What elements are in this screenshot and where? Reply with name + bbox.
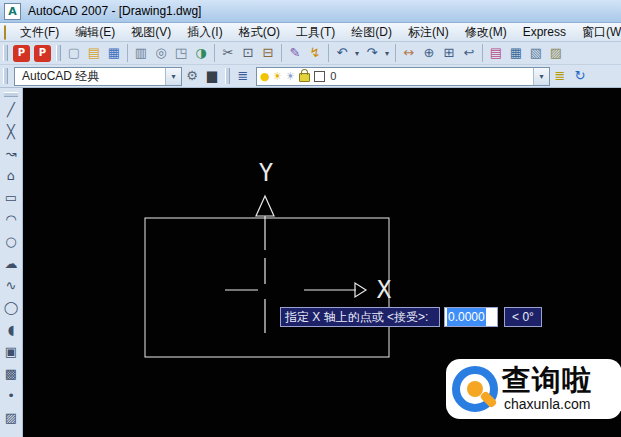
layer-color-swatch[interactable] — [314, 71, 325, 82]
zoom-window-icon[interactable]: ⊞ — [439, 43, 459, 63]
workspaces-layers-toolbar: AutoCAD 经典 ▾ ⚙▆ ≣ ● ☀ ☀ 0 ▾ ≣↻ — [0, 65, 621, 88]
standard-toolbar: PP▢▤▦▥◎◳◑✂⊡⊟✎↯↶▾↷▾↔⊕⊞↩▤▦▧▨ — [0, 42, 621, 65]
menu-dimension[interactable]: 标注(N) — [400, 24, 457, 41]
drawing-canvas[interactable]: Y X 指定 X 轴上的点或 <接受>: 0.0000 < 0° — [23, 88, 621, 437]
toolbar-grip[interactable] — [56, 45, 61, 61]
plot-preview-icon[interactable]: ◎ — [151, 43, 171, 63]
ellipse-icon[interactable]: ◯ — [2, 298, 20, 316]
toolbar-grip[interactable] — [4, 92, 18, 97]
layer-states-icon[interactable]: ↻ — [570, 66, 590, 86]
make-block-icon[interactable]: ▩ — [2, 364, 20, 382]
save-icon[interactable]: ▦ — [104, 43, 124, 63]
autocad-window: A AutoCAD 2007 - [Drawing1.dwg] 文件(F)编辑(… — [0, 0, 621, 437]
designcenter-icon[interactable]: ▦ — [506, 43, 526, 63]
layer-freeze-icon[interactable]: ☀ — [273, 68, 283, 85]
zoom-realtime-icon[interactable]: ⊕ — [419, 43, 439, 63]
open-file-icon[interactable]: ▤ — [84, 43, 104, 63]
menu-modify[interactable]: 修改(M) — [457, 24, 515, 41]
menu-edit[interactable]: 编辑(E) — [67, 24, 123, 41]
web-publish-icon[interactable]: ◑ — [191, 43, 211, 63]
toolbar-separator — [214, 44, 215, 62]
toolbar-separator — [127, 44, 128, 62]
polyline-icon[interactable]: ↝ — [2, 144, 20, 162]
toolbar-separator — [328, 44, 329, 62]
dynamic-input-field[interactable]: 0.0000 — [444, 307, 498, 327]
layer-properties-manager-icon[interactable]: ≣ — [233, 66, 253, 86]
menu-view[interactable]: 视图(V) — [123, 24, 179, 41]
match-properties-icon[interactable]: ✎ — [285, 43, 305, 63]
cut-icon[interactable]: ✂ — [218, 43, 238, 63]
toolbar-separator — [482, 44, 483, 62]
new-file-icon[interactable]: ▢ — [64, 43, 84, 63]
menu-bar: 文件(F)编辑(E)视图(V)插入(I)格式(O)工具(T)绘图(D)标注(N)… — [0, 23, 621, 42]
layer-on-bulb-icon[interactable]: ● — [260, 68, 270, 85]
watermark-domain: chaxunla.com — [504, 396, 590, 412]
chaxunla-logo-icon — [452, 366, 498, 412]
zoom-previous-icon[interactable]: ↩ — [459, 43, 479, 63]
line-icon[interactable]: ╱ — [2, 100, 20, 118]
pdf-export-icon[interactable]: P — [13, 45, 30, 62]
copy-icon[interactable]: ⊡ — [238, 43, 258, 63]
undo-icon[interactable]: ↶ — [332, 43, 352, 63]
markup-icon[interactable]: ▨ — [546, 43, 566, 63]
menu-format[interactable]: 格式(O) — [231, 24, 288, 41]
layer-previous-icon[interactable]: ≣ — [550, 66, 570, 86]
layer-combo[interactable]: ● ☀ ☀ 0 ▾ — [256, 67, 550, 86]
my-workspace-icon[interactable]: ▆ — [202, 66, 222, 86]
chevron-down-icon[interactable]: ▾ — [533, 68, 549, 85]
properties-icon[interactable]: ▤ — [486, 43, 506, 63]
window-title: AutoCAD 2007 - [Drawing1.dwg] — [21, 4, 201, 18]
layer-name: 0 — [330, 70, 336, 82]
undo-dropdown[interactable]: ▾ — [352, 49, 362, 58]
plot-icon[interactable]: ▥ — [131, 43, 151, 63]
ellipse-arc-icon[interactable]: ◖ — [2, 320, 20, 338]
point-icon[interactable]: • — [2, 386, 20, 404]
toolbar-separator — [281, 44, 282, 62]
toolbar-grip[interactable] — [225, 68, 230, 84]
autocad-app-icon: A — [4, 3, 21, 20]
paste-icon[interactable]: ⊟ — [258, 43, 278, 63]
polygon-icon[interactable]: ⌂ — [2, 166, 20, 184]
menu-express[interactable]: Express — [515, 24, 574, 41]
dynamic-input-value: 0.0000 — [447, 308, 486, 326]
insert-block-icon[interactable]: ▣ — [2, 342, 20, 360]
workspace-combo[interactable]: AutoCAD 经典 ▾ — [14, 67, 182, 86]
workspace-combo-value: AutoCAD 经典 — [15, 68, 165, 85]
arc-icon[interactable]: ◠ — [2, 210, 20, 228]
drawing-document-icon[interactable] — [4, 25, 6, 40]
layer-lock-icon[interactable] — [299, 73, 310, 82]
block-editor-icon[interactable]: ↯ — [305, 43, 325, 63]
y-axis-arrowhead — [256, 196, 274, 216]
dynamic-input-prompt: 指定 X 轴上的点或 <接受>: — [280, 307, 440, 327]
title-bar[interactable]: A AutoCAD 2007 - [Drawing1.dwg] — [0, 0, 621, 23]
watermark: 查询啦 chaxunla.com — [446, 359, 621, 419]
pan-icon[interactable]: ↔ — [399, 43, 419, 63]
rectangle-icon[interactable]: ▭ — [2, 188, 20, 206]
menu-file[interactable]: 文件(F) — [12, 24, 67, 41]
toolbar-grip[interactable] — [3, 68, 8, 84]
sheet-set-manager-icon[interactable]: ▧ — [526, 43, 546, 63]
publish-icon[interactable]: ◳ — [171, 43, 191, 63]
toolbar-separator — [395, 44, 396, 62]
redo-icon[interactable]: ↷ — [362, 43, 382, 63]
menu-draw[interactable]: 绘图(D) — [343, 24, 400, 41]
circle-icon[interactable]: ○ — [2, 232, 20, 250]
x-axis-label: X — [377, 276, 392, 304]
menu-window[interactable]: 窗口(W) — [574, 24, 621, 41]
construction-line-icon[interactable]: ╳ — [2, 122, 20, 140]
layer-viewport-freeze-icon[interactable]: ☀ — [285, 68, 295, 85]
chevron-down-icon[interactable]: ▾ — [165, 68, 181, 85]
workspace-settings-icon[interactable]: ⚙ — [182, 66, 202, 86]
pdf-comment-icon[interactable]: P — [34, 45, 51, 62]
watermark-title: 查询啦 — [502, 361, 592, 401]
dynamic-input-angle: < 0° — [504, 307, 542, 327]
y-axis-label: Y — [259, 159, 274, 187]
toolbar-grip[interactable] — [3, 45, 8, 61]
drawn-rectangle — [145, 218, 389, 357]
hatch-icon[interactable]: ▨ — [2, 408, 20, 426]
revision-cloud-icon[interactable]: ☁ — [2, 254, 20, 272]
menu-tools[interactable]: 工具(T) — [288, 24, 343, 41]
menu-insert[interactable]: 插入(I) — [179, 24, 230, 41]
redo-dropdown[interactable]: ▾ — [382, 49, 392, 58]
spline-icon[interactable]: ∿ — [2, 276, 20, 294]
